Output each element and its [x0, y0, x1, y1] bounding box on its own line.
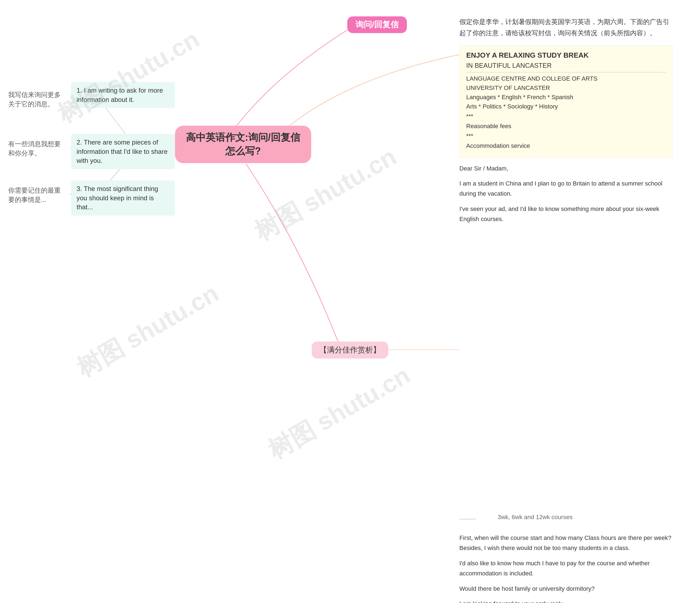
essay-lower: First, when will the course start and ho… [459, 533, 673, 603]
prompt-1: 我写信来询问更多关于它的消息。 [8, 90, 63, 108]
essay-para-4: I'd also like to know how much I have to… [459, 558, 673, 579]
ad-stars-1: *** [466, 113, 666, 120]
intro-text: 假定你是李华，计划暑假期间去英国学习英语，为期六周。下面的广告引起了你的注意，请… [459, 17, 673, 39]
essay-para-3: First, when will the course start and ho… [459, 533, 673, 553]
watermark-4: 树图 shutu.cn [262, 359, 416, 467]
essay-para-1: I am a student in China and I plan to go… [459, 178, 673, 199]
right-content-area: 假定你是李华，计划暑假期间去英国学习英语，为期六周。下面的广告引起了你的注意，请… [459, 17, 673, 229]
essay-para-6: I am looking forward to your early reply… [459, 599, 673, 603]
main-title-line1: 高中英语作文:询问/回复信 [186, 131, 300, 144]
sentence-2: 2. There are some pieces of information … [71, 134, 175, 169]
ad-lang-centre: LANGUAGE CENTRE AND COLLEGE OF ARTS [466, 75, 666, 82]
award-label: 【满分佳作赏析】 [312, 342, 388, 359]
essay-block: Dear Sir / Madam, I am a student in Chin… [459, 163, 673, 224]
ad-arts: Arts * Politics * Sociology * History [466, 103, 666, 110]
watermark-1: 树图 shutu.cn [51, 23, 205, 131]
courses-label: 3wk, 6wk and 12wk courses [498, 514, 573, 521]
essay-para-5: Would there be host family or university… [459, 584, 673, 594]
watermark-3: 树图 shutu.cn [71, 277, 224, 385]
ad-block: ENJOY A RELAXING STUDY BREAK IN BEAUTIFU… [459, 45, 673, 158]
sentence-3: 3. The most significant thing you should… [71, 180, 175, 215]
essay-para-2: I've seen your ad, and I'd like to know … [459, 204, 673, 224]
essay-salutation: Dear Sir / Madam, [459, 163, 673, 174]
ad-languages: Languages * English * French * Spanish [466, 94, 666, 101]
main-title-node: 高中英语作文:询问/回复信 怎么写? [175, 126, 311, 163]
ad-reasonable-fees: Reasonable fees [466, 123, 666, 130]
ad-stars-2: *** [466, 132, 666, 140]
inquiry-label: 询问/回复信 [347, 17, 407, 33]
sentence-1: 1. I am writing to ask for more informat… [71, 82, 175, 108]
prompt-3: 你需要记住的最重要的事情是... [8, 186, 63, 204]
prompt-2: 有一些消息我想要和你分享。 [8, 139, 63, 158]
main-title-line2: 怎么写? [186, 144, 300, 158]
ad-enjoy: ENJOY A RELAXING STUDY BREAK [466, 51, 666, 59]
ad-accommodation: Accommodation service [466, 142, 666, 150]
ad-university: UNIVERSITY OF LANCASTER [466, 84, 666, 91]
ad-in: IN BEAUTIFUL LANCASTER [466, 62, 666, 70]
